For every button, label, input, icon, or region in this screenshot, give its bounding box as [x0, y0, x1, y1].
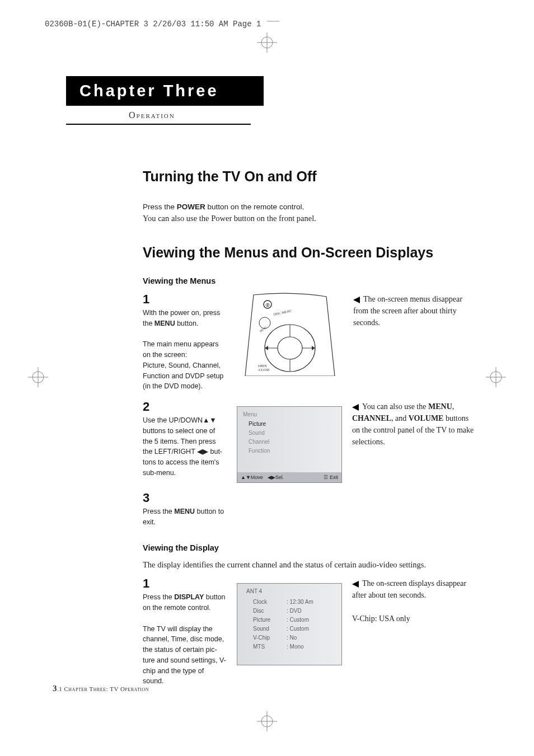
registration-mark-top-icon [257, 32, 277, 55]
v2: : Custom [287, 616, 309, 624]
subheading-viewing-menus: Viewing the Menus [143, 276, 495, 285]
svg-text:DISC MENU: DISC MENU [273, 309, 292, 316]
menu-item-sound: Sound [249, 429, 336, 438]
crop-dash-icon [266, 18, 280, 27]
step-2-number: 2 [143, 401, 227, 413]
ds1-pre: Press the [143, 593, 174, 601]
s2-menu: MENU [428, 402, 452, 411]
arrow-left-icon [353, 297, 360, 303]
menu-item-picture: Picture [249, 420, 336, 429]
step-1-text: 1 With the power on, press the MENU butt… [143, 292, 227, 392]
display-note-1: The on-screen displays disappear after a… [352, 577, 475, 601]
section1-post: button on the remote control. [205, 203, 304, 211]
menu-footer: ▲▼Move ◀▶Sel. ☰ Exit [237, 472, 341, 482]
step-3-number: 3 [143, 492, 227, 504]
content-area: Turning the TV On and Off Press the POWE… [143, 168, 495, 687]
menu-box-title: Menu [243, 411, 336, 417]
print-header-line: 02360B-01(E)-CHAPTER 3 2/26/03 11:50 AM … [0, 0, 534, 29]
step-1-note: The on-screen menus disappear from the s… [353, 292, 476, 328]
display-row-picture: Picture: Custom [243, 616, 336, 624]
k0: Clock [253, 598, 287, 607]
viewing-display-intro: The display identifies the current chann… [143, 559, 495, 571]
display-screenshot: ANT 4 Clock: 12:30 Am Disc: DVD Picture:… [237, 576, 342, 665]
display-note-2: V-Chip: USA only [352, 613, 475, 624]
k4: V-Chip [253, 633, 287, 642]
display-step-1-line1: Press the DISPLAY button on the remote c… [143, 592, 227, 613]
section-turning-on-title: Turning the TV On and Off [143, 168, 495, 185]
svg-text:OPEN: OPEN [258, 364, 267, 368]
display-row-clock: Clock: 12:30 Am [243, 598, 336, 607]
s2-m1: , [452, 402, 455, 411]
s3-menu: MENU [174, 508, 195, 515]
display-step-1-line2: The TV will display the channel, Time, d… [143, 624, 227, 687]
arrow-left-icon [352, 581, 359, 588]
display-step-1-row: 1 Press the DISPLAY button on the remote… [143, 576, 495, 687]
chapter-subtitle-text: Operation [66, 106, 251, 124]
step-3-body: Press the MENU button to exit. [143, 506, 227, 528]
subheading-viewing-display: Viewing the Display [143, 543, 495, 552]
k1: Disc [253, 607, 287, 616]
display-step-1-note: The on-screen displays disappear after a… [352, 576, 475, 624]
menu-items-list: Picture Sound Channel Function [243, 420, 336, 456]
display-box: ANT 4 Clock: 12:30 Am Disc: DVD Picture:… [237, 583, 342, 665]
registration-mark-bottom-icon [257, 711, 277, 734]
chapter-title-bar: Chapter Three [66, 76, 264, 106]
menu-box: Menu Picture Sound Channel Function ▲▼Mo… [237, 406, 342, 483]
v0: : 12:30 Am [287, 598, 313, 607]
svg-text:MENU: MENU [259, 326, 268, 333]
print-header-text: 02360B-01(E)-CHAPTER 3 2/26/03 11:50 AM … [45, 20, 261, 29]
chapter-subtitle-row: Operation [66, 106, 251, 125]
s3-pre: Press the [143, 508, 174, 515]
footer-page-sub: .1 [57, 685, 62, 692]
k5: MTS [253, 642, 287, 651]
display-row-sound: Sound: Custom [243, 624, 336, 633]
display-ant-label: ANT 4 [246, 588, 336, 594]
footer-page-number: 3 [53, 684, 57, 693]
section1-serif-note: You can also use the Power button on the… [143, 213, 495, 225]
display-row-vchip: V-Chip: No [243, 633, 336, 642]
menu-screenshot: Menu Picture Sound Channel Function ▲▼Mo… [237, 400, 342, 483]
display-row-mts: MTS: Mono [243, 642, 336, 651]
step-3-row: 3 Press the MENU button to exit. [143, 491, 495, 528]
menu-footer-exit: ☰ Exit [324, 475, 338, 480]
remote-illustration: ⦿ OPEN /CLOSE DISC MENU MENU [237, 292, 343, 376]
step-1-line3: Picture, Sound, Channel, Function and DV… [143, 360, 227, 392]
page-footer: 3.1 Chapter Three: TV Operation [53, 684, 149, 693]
v3: : Custom [287, 624, 309, 633]
display-step-1-number: 1 [143, 577, 227, 590]
menu-footer-move: ▲▼Move [241, 475, 263, 480]
svg-marker-20 [265, 346, 268, 350]
step1-menu-label: MENU [154, 320, 175, 327]
step-3-text: 3 Press the MENU button to exit. [143, 491, 227, 528]
ds1-display: DISPLAY [174, 593, 204, 601]
display-row-disc: Disc: DVD [243, 607, 336, 616]
s2-volume: VOLUME [409, 414, 444, 422]
v1: : DVD [287, 607, 302, 616]
menu-item-function: Function [249, 447, 336, 456]
section1-instruction: Press the POWER button on the remote con… [143, 201, 495, 213]
registration-mark-right-icon [486, 367, 506, 389]
step-1-row: 1 With the power on, press the MENU butt… [143, 292, 495, 392]
step-1-line2: The main menu appears on the screen: [143, 339, 227, 360]
svg-marker-19 [312, 346, 315, 350]
menu-footer-sel: ◀▶Sel. [268, 475, 284, 480]
step-2-row: 2 Use the UP/DOWN▲▼ buttons to select on… [143, 400, 495, 483]
section-viewing-menus-title: Viewing the Menus and On-Screen Displays [143, 245, 495, 261]
step-2-body: Use the UP/DOWN▲▼ buttons to select one … [143, 415, 227, 478]
v4: : No [287, 633, 297, 642]
step-2-note: You can also use the MENU, CHANNEL, and … [352, 400, 475, 448]
registration-mark-left-icon [28, 367, 48, 389]
display-note1-text: The on-screen displays disappear after a… [352, 579, 466, 599]
s2-channel: CHANNEL [352, 414, 391, 422]
svg-text:/CLOSE: /CLOSE [258, 368, 270, 372]
step1-post: button. [175, 320, 199, 327]
step-2-text: 2 Use the UP/DOWN▲▼ buttons to select on… [143, 400, 227, 478]
chapter-title-text: Chapter Three [79, 82, 219, 100]
step-1-line1: With the power on, press the MENU button… [143, 308, 227, 329]
display-step-1-text: 1 Press the DISPLAY button on the remote… [143, 576, 227, 687]
menu-item-channel: Channel [249, 438, 336, 447]
s2-pre: You can also use the [362, 402, 428, 411]
step1-note-text: The on-screen menus disappear from the s… [353, 295, 462, 327]
v5: : Mono [287, 642, 304, 651]
footer-text: Chapter Three: TV Operation [62, 685, 149, 692]
